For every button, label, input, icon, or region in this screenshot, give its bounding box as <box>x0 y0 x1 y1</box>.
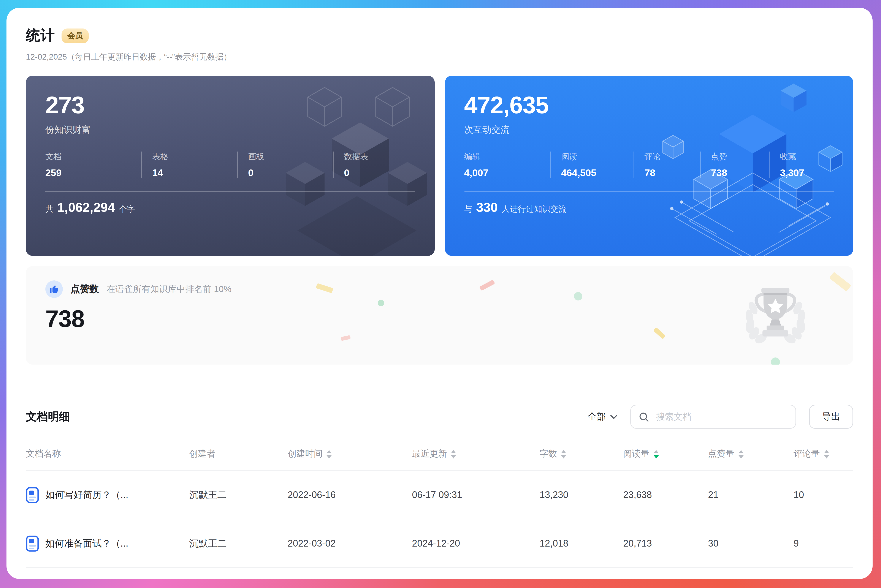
doc-table-header: 文档明细 全部 导出 <box>26 405 853 429</box>
card-divider <box>464 191 834 192</box>
confetti <box>771 357 780 364</box>
table-controls: 全部 导出 <box>588 405 853 429</box>
page-subtitle: 12-02,2025（每日上午更新昨日数据，“--”表示暂无数据） <box>26 52 853 63</box>
row-creator: 沉默王二 <box>189 489 288 501</box>
sort-carets-icon[interactable] <box>653 450 659 458</box>
rank-value: 738 <box>45 306 834 333</box>
table-row[interactable]: 如何准备面试？（... 沉默王二 2022-03-02 2024-12-20 1… <box>26 519 853 567</box>
table-row[interactable]: 如何写好简历？（... 沉默王二 2022-06-16 06-17 09:31 … <box>26 470 853 519</box>
content-panel: 统计 会员 12-02,2025（每日上午更新昨日数据，“--”表示暂无数据） … <box>6 8 873 579</box>
page-header: 统计 会员 <box>26 26 853 45</box>
row-words: 12,018 <box>540 538 623 549</box>
stat-datatables: 数据表 0 <box>333 152 411 178</box>
sort-carets-icon[interactable] <box>327 450 332 458</box>
thumbs-up-icon <box>45 280 63 298</box>
card-divider <box>45 191 415 192</box>
interaction-card: 472,635 次互动交流 编辑 4,007 阅读 464,505 评论 78 <box>445 76 853 256</box>
sort-carets-icon[interactable] <box>824 450 829 458</box>
col-likes[interactable]: 点赞量 <box>708 448 794 460</box>
row-updated: 2024-12-20 <box>412 538 540 549</box>
interaction-stats: 编辑 4,007 阅读 464,505 评论 78 点赞 738 <box>464 152 834 178</box>
col-doc-name: 文档名称 <box>26 448 189 460</box>
row-likes: 21 <box>708 490 794 500</box>
knowledge-label: 份知识财富 <box>45 124 415 136</box>
doc-icon <box>26 536 39 552</box>
stat-edits: 编辑 4,007 <box>464 152 550 178</box>
member-badge: 会员 <box>62 28 89 43</box>
knowledge-stats: 文档 259 表格 14 画板 0 数据表 0 <box>45 152 415 178</box>
word-count: 1,062,294 <box>57 200 115 214</box>
stat-favorites: 收藏 3,307 <box>769 152 834 178</box>
confetti <box>378 300 384 306</box>
knowledge-card: 273 份知识财富 文档 259 表格 14 画板 0 <box>26 76 434 256</box>
row-comments: 9 <box>794 538 853 549</box>
col-comments[interactable]: 评论量 <box>794 448 853 460</box>
confetti <box>574 292 582 300</box>
row-comments: 10 <box>794 490 853 500</box>
doc-table-title: 文档明细 <box>26 409 70 424</box>
search-icon <box>639 412 649 422</box>
stat-comments: 评论 78 <box>633 152 700 178</box>
sort-carets-icon[interactable] <box>451 450 456 458</box>
stat-boards: 画板 0 <box>237 152 333 178</box>
row-updated: 06-17 09:31 <box>412 490 540 500</box>
col-reads[interactable]: 阅读量 <box>623 448 708 460</box>
table-column-headers: 文档名称 创建者 创建时间 最近更新 字数 阅读量 点赞量 评论量 <box>26 448 853 470</box>
page-frame: 统计 会员 12-02,2025（每日上午更新昨日数据，“--”表示暂无数据） … <box>0 0 881 588</box>
word-count-footer: 共1,062,294个字 <box>45 200 415 215</box>
row-likes: 30 <box>708 538 794 549</box>
interaction-total: 472,635 <box>464 93 834 118</box>
stat-cards: 273 份知识财富 文档 259 表格 14 画板 0 <box>26 76 853 256</box>
exchange-footer: 与330人进行过知识交流 <box>464 200 834 215</box>
row-creator: 沉默王二 <box>189 537 288 550</box>
export-button[interactable]: 导出 <box>809 405 853 429</box>
type-filter-dropdown[interactable]: 全部 <box>588 411 617 423</box>
col-words[interactable]: 字数 <box>540 448 623 460</box>
knowledge-total: 273 <box>45 93 415 118</box>
stat-likes: 点赞 738 <box>700 152 769 178</box>
search-input[interactable] <box>655 411 788 422</box>
col-updated[interactable]: 最近更新 <box>412 448 540 460</box>
rank-metric-label: 点赞数 <box>71 283 99 295</box>
stat-sheets: 表格 14 <box>141 152 237 178</box>
confetti <box>341 335 351 341</box>
row-created: 2022-06-16 <box>288 490 412 500</box>
rank-head: 点赞数 在语雀所有知识库中排名前 10% <box>45 280 834 298</box>
sort-carets-icon[interactable] <box>738 450 743 458</box>
stat-reads: 阅读 464,505 <box>550 152 633 178</box>
likes-rank-card: 点赞数 在语雀所有知识库中排名前 10% 738 <box>26 266 853 364</box>
chevron-down-icon <box>610 414 617 419</box>
exchange-count: 330 <box>476 200 498 214</box>
sort-carets-icon[interactable] <box>561 450 566 458</box>
doc-title[interactable]: 如何准备面试？（... <box>45 537 128 550</box>
rank-text: 在语雀所有知识库中排名前 10% <box>107 284 231 295</box>
stat-docs: 文档 259 <box>45 152 141 178</box>
interaction-label: 次互动交流 <box>464 124 834 136</box>
row-reads: 23,638 <box>623 490 708 500</box>
col-creator: 创建者 <box>189 448 288 460</box>
table-bottom-divider <box>26 567 853 573</box>
row-reads: 20,713 <box>623 538 708 549</box>
col-created[interactable]: 创建时间 <box>288 448 412 460</box>
search-box[interactable] <box>630 405 796 429</box>
page-title: 统计 <box>26 26 55 45</box>
trophy-icon <box>742 275 809 354</box>
doc-icon <box>26 487 39 503</box>
row-words: 13,230 <box>540 490 623 500</box>
doc-title[interactable]: 如何写好简历？（... <box>45 489 128 501</box>
filter-label: 全部 <box>588 411 606 423</box>
row-created: 2022-03-02 <box>288 538 412 549</box>
